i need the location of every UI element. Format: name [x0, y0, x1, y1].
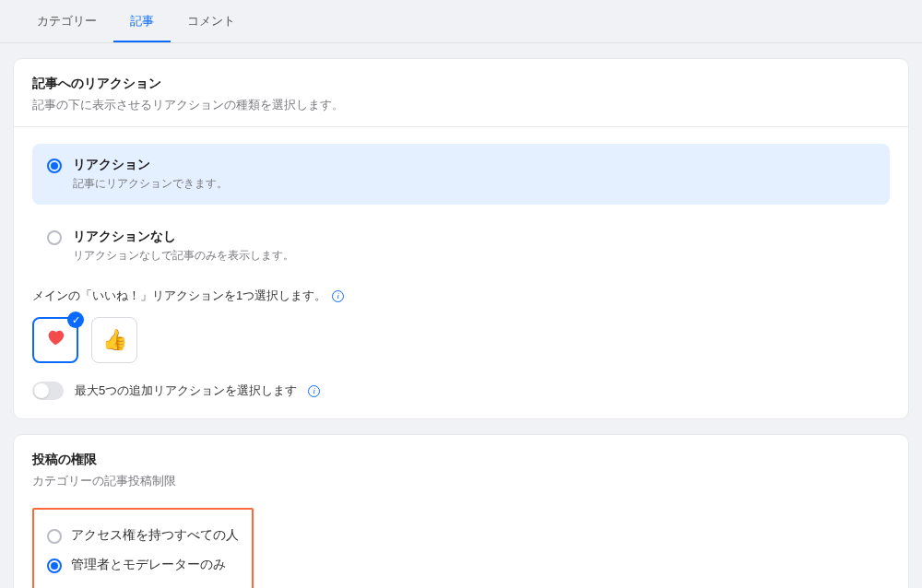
perm-all-label: アクセス権を持つすべての人 [71, 527, 239, 544]
perm-mods-label: 管理者とモデレーターのみ [71, 557, 226, 573]
thumbs-up-icon: 👍 [102, 328, 127, 352]
reaction-off-sub: リアクションなしで記事のみを表示します。 [73, 248, 294, 264]
tab-category[interactable]: カテゴリー [20, 0, 113, 42]
info-icon[interactable]: i [332, 290, 344, 302]
permissions-header: 投稿の権限 カテゴリーの記事投稿制限 [14, 435, 908, 499]
tabs-nav: カテゴリー 記事 コメント [0, 0, 922, 43]
reaction-on-title: リアクション [73, 157, 228, 173]
reaction-icon-row: 👍 [32, 317, 890, 363]
reaction-heart[interactable] [32, 317, 78, 363]
perm-option-mods[interactable]: 管理者とモデレーターのみ [47, 550, 239, 580]
radio-icon [47, 529, 62, 544]
reactions-card: 記事へのリアクション 記事の下に表示させるリアクションの種類を選択します。 リア… [13, 58, 909, 419]
reactions-subtitle: 記事の下に表示させるリアクションの種類を選択します。 [32, 98, 890, 113]
perm-option-all[interactable]: アクセス権を持つすべての人 [47, 521, 239, 550]
reaction-thumbs-up[interactable]: 👍 [91, 317, 137, 363]
reaction-on-sub: 記事にリアクションできます。 [73, 176, 228, 192]
reaction-option-off[interactable]: リアクションなし リアクションなしで記事のみを表示します。 [32, 216, 890, 276]
reactions-body: リアクション 記事にリアクションできます。 リアクションなし リアクションなしで… [14, 127, 908, 418]
reaction-option-on[interactable]: リアクション 記事にリアクションできます。 [32, 144, 890, 205]
radio-icon [47, 159, 62, 173]
reactions-header: 記事へのリアクション 記事の下に表示させるリアクションの種類を選択します。 [14, 59, 908, 127]
extra-reactions-row: 最大5つの追加リアクションを選択します i [32, 382, 890, 400]
radio-icon [47, 230, 62, 245]
permissions-body: アクセス権を持つすべての人 管理者とモデレーターのみ [14, 499, 908, 588]
tab-comment[interactable]: コメント [171, 0, 252, 42]
permissions-title: 投稿の権限 [32, 452, 890, 468]
extra-reactions-toggle[interactable] [32, 382, 64, 400]
main-like-label-row: メインの「いいね！」リアクションを1つ選択します。 i [32, 288, 890, 304]
heart-icon [45, 327, 65, 353]
info-icon[interactable]: i [308, 385, 320, 397]
extra-reactions-label: 最大5つの追加リアクションを選択します [75, 382, 297, 399]
reaction-off-title: リアクションなし [73, 229, 294, 245]
reactions-title: 記事へのリアクション [32, 76, 890, 92]
permissions-card: 投稿の権限 カテゴリーの記事投稿制限 アクセス権を持つすべての人 管理者とモデレ… [13, 434, 909, 588]
permissions-subtitle: カテゴリーの記事投稿制限 [32, 474, 890, 489]
radio-icon [47, 559, 62, 573]
permissions-options-highlight: アクセス権を持つすべての人 管理者とモデレーターのみ [32, 508, 254, 588]
tab-article[interactable]: 記事 [113, 0, 171, 42]
main-like-label: メインの「いいね！」リアクションを1つ選択します。 [32, 288, 326, 304]
